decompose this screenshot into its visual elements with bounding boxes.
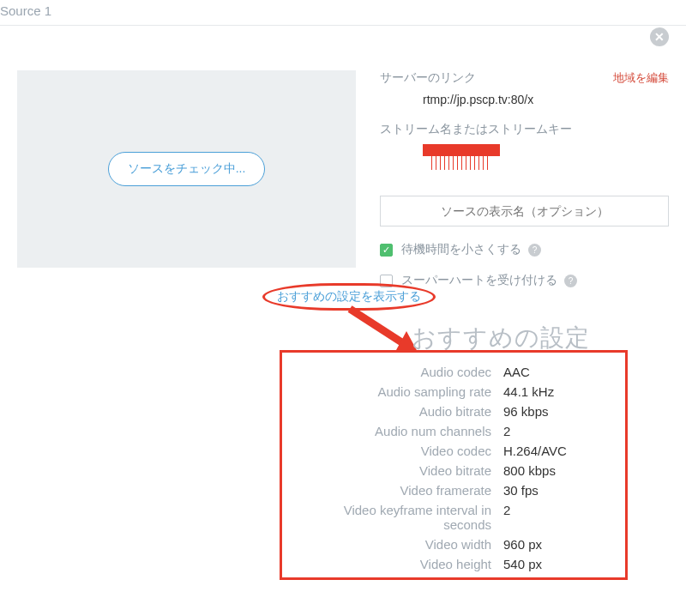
close-button[interactable]: ✕ xyxy=(650,27,669,46)
edit-region-link[interactable]: 地域を編集 xyxy=(613,70,669,86)
setting-label: Video codec xyxy=(301,444,503,458)
preview-box: ソースをチェック中... xyxy=(17,70,356,268)
setting-row: Video keyframe interval in seconds2 xyxy=(301,503,606,532)
setting-label: Audio num channels xyxy=(301,424,503,438)
setting-value: H.264/AVC xyxy=(503,444,606,458)
low-latency-row[interactable]: ✓ 待機時間を小さくする ? xyxy=(380,242,669,257)
source-label: Source 1 xyxy=(0,0,686,25)
setting-label: Video keyframe interval in seconds xyxy=(301,503,503,532)
setting-row: Video bitrate800 kbps xyxy=(301,463,606,478)
setting-value: 96 kbps xyxy=(503,404,606,419)
setting-value: 2 xyxy=(503,503,606,532)
setting-label: Video bitrate xyxy=(301,463,503,478)
setting-value: 44.1 kHz xyxy=(503,384,606,399)
setting-row: Video framerate30 fps xyxy=(301,483,606,498)
display-name-input[interactable] xyxy=(380,196,669,226)
check-source-button[interactable]: ソースをチェック中... xyxy=(108,152,266,186)
low-latency-label: 待機時間を小さくする xyxy=(401,242,521,257)
setting-value: 30 fps xyxy=(503,483,606,498)
checkbox-checked-icon: ✓ xyxy=(380,244,393,257)
main-content: ソースをチェック中... 地域を編集 サーバーのリンク rtmp://jp.ps… xyxy=(0,26,686,288)
recommended-settings-panel: Audio codecAAC Audio sampling rate44.1 k… xyxy=(280,350,628,580)
stream-key-label: ストリーム名またはストリームキー xyxy=(380,122,669,137)
setting-label: Video height xyxy=(301,557,503,571)
setting-label: Video width xyxy=(301,537,503,552)
setting-label: Audio codec xyxy=(301,365,503,379)
server-link-value: rtmp://jp.pscp.tv:80/x xyxy=(380,93,669,106)
help-icon[interactable]: ? xyxy=(528,244,541,257)
setting-row: Video width960 px xyxy=(301,537,606,552)
help-icon[interactable]: ? xyxy=(564,275,577,287)
setting-row: Audio num channels2 xyxy=(301,424,606,438)
setting-value: 960 px xyxy=(503,537,606,552)
arrow-annotation xyxy=(343,305,420,357)
setting-row: Video height540 px xyxy=(301,557,606,571)
settings-panel-right: 地域を編集 サーバーのリンク rtmp://jp.pscp.tv:80/x スト… xyxy=(380,70,669,288)
setting-value: 2 xyxy=(503,424,606,438)
setting-value: 540 px xyxy=(503,557,606,571)
setting-label: Audio sampling rate xyxy=(301,384,503,399)
svg-line-0 xyxy=(350,309,403,343)
setting-label: Video framerate xyxy=(301,483,503,498)
setting-row: Video codecH.264/AVC xyxy=(301,444,606,458)
setting-value: AAC xyxy=(503,365,606,379)
setting-label: Audio bitrate xyxy=(301,404,503,419)
close-icon: ✕ xyxy=(654,30,665,44)
setting-row: Audio sampling rate44.1 kHz xyxy=(301,384,606,399)
stream-key-redacted xyxy=(423,144,500,156)
setting-row: Audio bitrate96 kbps xyxy=(301,404,606,419)
setting-row: Audio codecAAC xyxy=(301,365,606,379)
setting-value: 800 kbps xyxy=(503,463,606,478)
